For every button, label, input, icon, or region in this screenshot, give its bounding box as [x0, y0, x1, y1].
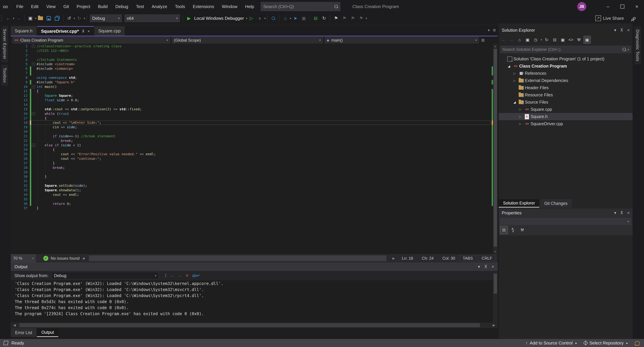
menu-git[interactable]: Git [60, 0, 73, 13]
menu-help[interactable]: Help [241, 0, 258, 13]
chevron-expanded-icon[interactable]: ◢ [506, 64, 512, 68]
code-line[interactable]: 19 cin >> side; [11, 125, 498, 129]
code-line[interactable]: 18 cout << "\nEnter Side:"; [11, 120, 498, 125]
tree-item[interactable]: ▷References [499, 70, 632, 77]
code-line[interactable]: 14 [11, 102, 498, 107]
menu-test[interactable]: Test [132, 0, 148, 13]
code-line[interactable]: 31 [11, 179, 498, 183]
close-icon[interactable]: × [627, 28, 630, 32]
chevron-expanded-icon[interactable]: ◢ [512, 100, 518, 104]
code-line[interactable]: 22 break; [11, 138, 498, 143]
minimize-button[interactable]: – [601, 0, 615, 13]
menu-project[interactable]: Project [73, 0, 94, 13]
scroll-down-icon[interactable]: ▼ [493, 249, 498, 254]
collapse-icon[interactable]: − [32, 62, 35, 66]
menu-analyze[interactable]: Analyze [148, 0, 171, 13]
scroll-left-icon[interactable]: ◀ [11, 323, 18, 327]
chevron-collapsed-icon[interactable]: ▷ [512, 79, 518, 82]
undo-dropdown-icon[interactable]: ▾ [74, 17, 75, 20]
code-line[interactable]: 2//CSIS 112-<B01> [11, 48, 498, 53]
menu-build[interactable]: Build [94, 0, 112, 13]
filter-dropdown-icon[interactable]: ▾ [541, 38, 542, 41]
code-line[interactable]: 28 break; [11, 165, 498, 170]
se-forward-icon[interactable]: → [508, 36, 515, 43]
code-line[interactable]: 10−int main() [11, 84, 498, 89]
scroll-up-icon[interactable]: ▲ [493, 44, 498, 49]
code-line[interactable]: 23− else if (side < 1) [11, 143, 498, 147]
hot-reload-dropdown-icon[interactable]: ▾ [264, 17, 266, 20]
notifications-bell-icon[interactable] [635, 341, 640, 345]
code-line[interactable]: 24 { [11, 147, 498, 152]
tabs-spaces-toggle[interactable]: TABS [460, 255, 476, 262]
code-line[interactable]: 37} [11, 206, 498, 210]
scrollbar-thumb[interactable] [20, 323, 480, 327]
code-line[interactable]: 36 return 0; [11, 202, 498, 206]
scrollbar-thumb[interactable] [494, 49, 497, 247]
scope-dropdown[interactable]: (Global Scope) ▾ [172, 37, 323, 43]
code-line[interactable]: 32 Square.setSide(side); [11, 183, 498, 188]
bottom-tab-output[interactable]: Output [37, 328, 58, 337]
diagnostic-tools-tab[interactable]: Diagnostic Tools [634, 26, 641, 64]
open-file-button[interactable] [36, 14, 44, 22]
fold-margin[interactable]: − [31, 62, 36, 66]
alphabetical-sort-icon[interactable]: A↓Z [510, 226, 517, 234]
close-button[interactable]: × [630, 0, 644, 13]
code-line[interactable]: 6#include <iomanip> [11, 66, 498, 71]
output-source-dropdown[interactable]: Debug ▾ [52, 272, 159, 279]
platform-dropdown[interactable]: x64 ▾ [124, 14, 180, 22]
search-input[interactable]: Search (Ctrl+Q) [261, 2, 340, 11]
user-avatar[interactable]: JB [577, 2, 586, 11]
server-explorer-tab[interactable]: Server Explorer [1, 26, 8, 62]
toggle-bookmark-button[interactable]: ⚑ [332, 14, 340, 22]
code-line[interactable]: 27 } [11, 161, 498, 165]
pin-icon[interactable]: ⊼ [620, 28, 623, 32]
code-line[interactable]: 11{ [11, 89, 498, 93]
run-button-label[interactable]: Local Windows Debugger [194, 16, 244, 21]
start-debugging-button[interactable]: ▶ [185, 14, 193, 22]
scrollbar-thumb[interactable] [494, 274, 497, 294]
code-line[interactable]: 34 cout << endl; [11, 192, 498, 197]
back-dropdown-icon[interactable]: ▾ [13, 17, 14, 20]
output-horizontal-scrollbar[interactable]: ◀ ▶ [11, 323, 498, 328]
home-dropdown-icon[interactable]: ▾ [290, 17, 291, 20]
undo-button[interactable]: ↺ [65, 14, 73, 22]
fold-margin[interactable]: − [31, 84, 36, 89]
editor-vertical-scrollbar[interactable]: ▲ ▼ [493, 44, 498, 254]
next-message-icon[interactable]: → [178, 273, 182, 278]
clear-all-icon[interactable]: ✕ [186, 273, 189, 278]
code-line[interactable]: 29 [11, 170, 498, 175]
code-line[interactable]: 16− while (true) [11, 111, 498, 116]
code-line[interactable]: 25 cout << "Error!Positive value needed.… [11, 152, 498, 156]
properties-shortcut-icon[interactable]: ▣ [560, 36, 566, 43]
pin-icon[interactable]: ⊼ [82, 29, 84, 33]
collapse-icon[interactable]: − [32, 112, 35, 115]
navigate-forward-button[interactable]: → [14, 14, 22, 22]
chevron-collapsed-icon[interactable]: ▷ [518, 108, 523, 111]
pin-icon[interactable]: ⊼ [484, 264, 487, 269]
se-home-icon[interactable]: ⌂ [516, 36, 523, 43]
panel-tab-git-changes[interactable]: Git Changes [540, 199, 572, 208]
navigate-back-button[interactable]: ← [4, 14, 12, 22]
code-line[interactable]: 15 std::cout << std::setprecision(2) << … [11, 107, 498, 111]
menu-edit[interactable]: Edit [27, 0, 42, 13]
background-tasks-icon[interactable] [3, 341, 8, 345]
properties-wrench-icon[interactable]: ⚒ [576, 36, 582, 43]
collapse-icon[interactable]: − [32, 85, 35, 88]
menu-extensions[interactable]: Extensions [189, 0, 218, 13]
property-pages-icon[interactable]: ⚒ [518, 226, 526, 234]
indent-lines-button[interactable]: ⊟ [312, 14, 320, 22]
line-ending-toggle[interactable]: CRLF [478, 255, 495, 262]
clear-bookmarks-button[interactable]: ⚑ [358, 14, 365, 22]
close-icon[interactable]: × [492, 264, 494, 269]
fold-margin[interactable]: − [31, 143, 36, 147]
float-settings-icon[interactable]: ⚙ [493, 28, 496, 32]
code-line[interactable]: 26 cout << "continue:"; [11, 156, 498, 161]
collapse-icon[interactable]: − [32, 44, 35, 48]
tree-item[interactable]: ▼Resource Files [499, 91, 632, 99]
restore-button[interactable] [615, 0, 630, 13]
save-all-button[interactable] [53, 14, 61, 22]
redo-dropdown-icon[interactable]: ▾ [84, 17, 85, 20]
tree-item[interactable]: ◢▼Source Files [499, 99, 632, 106]
close-icon[interactable]: × [88, 29, 90, 33]
health-indicator[interactable]: ✓ No issues found [43, 256, 80, 261]
